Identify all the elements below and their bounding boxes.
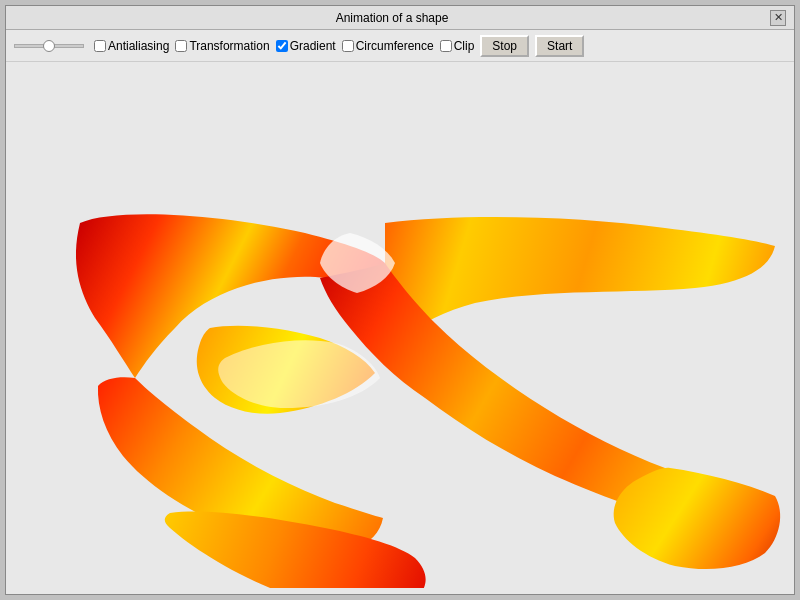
clip-label: Clip [454,39,475,53]
clip-group: Clip [440,39,475,53]
gradient-checkbox[interactable] [276,40,288,52]
circumference-checkbox[interactable] [342,40,354,52]
main-window: Animation of a shape ✕ Antialiasing Tran… [5,5,795,595]
canvas-area [6,62,794,594]
title-bar: Animation of a shape ✕ [6,6,794,30]
stop-button[interactable]: Stop [480,35,529,57]
circumference-label: Circumference [356,39,434,53]
antialiasing-checkbox[interactable] [94,40,106,52]
gradient-label: Gradient [290,39,336,53]
transformation-checkbox[interactable] [175,40,187,52]
start-button[interactable]: Start [535,35,584,57]
slider-container [14,44,84,48]
transformation-group: Transformation [175,39,269,53]
clip-checkbox[interactable] [440,40,452,52]
gradient-group: Gradient [276,39,336,53]
shape-canvas [15,68,785,588]
transformation-label: Transformation [189,39,269,53]
window-title: Animation of a shape [14,11,770,25]
close-button[interactable]: ✕ [770,10,786,26]
animation-slider[interactable] [14,44,84,48]
toolbar: Antialiasing Transformation Gradient Cir… [6,30,794,62]
circumference-group: Circumference [342,39,434,53]
antialiasing-group: Antialiasing [94,39,169,53]
antialiasing-label: Antialiasing [108,39,169,53]
